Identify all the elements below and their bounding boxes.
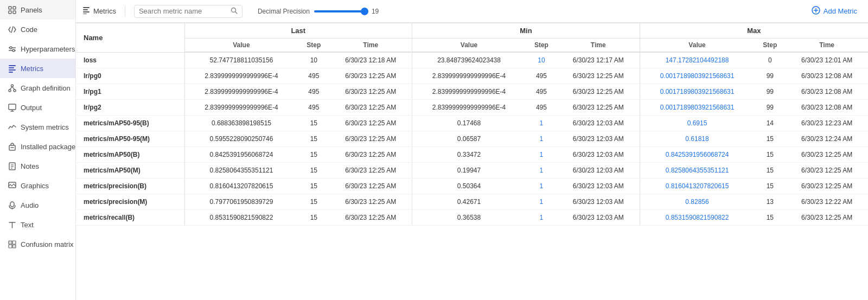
row-min-value: 0.19947	[412, 163, 526, 178]
svg-point-14	[9, 90, 11, 92]
metrics-tab[interactable]: Metrics	[82, 7, 116, 16]
svg-rect-32	[9, 241, 12, 244]
row-last-time: 6/30/23 12:25 AM	[329, 210, 412, 226]
sidebar-item-installed-packages[interactable]: Installed packages	[0, 137, 75, 156]
sidebar-item-code[interactable]: Code	[0, 20, 75, 39]
row-min-step: 1	[526, 116, 557, 131]
decimal-precision: Decimal Precision 19	[258, 8, 379, 15]
sidebar-item-metrics[interactable]: Metrics	[0, 59, 75, 78]
add-metric-icon	[812, 6, 820, 16]
search-icon	[231, 7, 238, 16]
row-name: lr/pg1	[76, 84, 184, 100]
row-max-time: 6/30/23 12:22 AM	[786, 194, 868, 210]
sidebar-item-label: Panels	[21, 6, 42, 14]
row-max-value: 0.0017189803921568631	[640, 100, 754, 116]
row-max-time: 6/30/23 12:25 AM	[786, 163, 868, 178]
row-max-time: 6/30/23 12:23 AM	[786, 116, 868, 131]
row-last-time: 6/30/23 12:18 AM	[329, 52, 412, 68]
row-last-time: 6/30/23 12:25 AM	[329, 131, 412, 147]
text-icon	[8, 220, 16, 229]
table-row: lr/pg1 2.8399999999999996E-4 495 6/30/23…	[76, 84, 868, 100]
row-name: metrics/recall(B)	[76, 210, 184, 226]
row-max-value: 0.61818	[640, 131, 754, 147]
row-last-time: 6/30/23 12:25 AM	[329, 84, 412, 100]
sidebar-item-system-metrics[interactable]: System metrics	[0, 117, 75, 137]
svg-rect-38	[83, 11, 90, 12]
row-last-step: 495	[298, 84, 329, 100]
table-group-header-row: Name Last Min Max	[76, 23, 868, 39]
row-last-value: 0.8258064355351121	[184, 163, 298, 178]
row-last-step: 15	[298, 131, 329, 147]
row-min-time: 6/30/23 12:25 AM	[557, 84, 640, 100]
sidebar-item-hyperparameters[interactable]: Hyperparameters	[0, 39, 75, 59]
row-min-time: 6/30/23 12:17 AM	[557, 52, 640, 68]
row-last-value: 2.8399999999999996E-4	[184, 68, 298, 84]
svg-line-16	[10, 87, 12, 90]
row-last-time: 6/30/23 12:25 AM	[329, 100, 412, 116]
svg-rect-39	[83, 14, 87, 14]
row-name: metrics/mAP50(M)	[76, 163, 184, 178]
row-max-step: 14	[754, 116, 786, 131]
row-min-value: 2.8399999999999996E-4	[412, 100, 526, 116]
row-max-time: 6/30/23 12:24 AM	[786, 131, 868, 147]
svg-line-41	[235, 11, 237, 13]
row-max-value: 0.8160413207820615	[640, 178, 754, 194]
row-name: metrics/precision(B)	[76, 178, 184, 194]
metrics-tab-icon	[82, 7, 90, 16]
svg-rect-12	[9, 72, 13, 73]
sidebar-item-confusion-matrix[interactable]: Confusion matrix	[0, 234, 75, 254]
row-max-step: 99	[754, 84, 786, 100]
row-min-time: 6/30/23 12:03 AM	[557, 131, 640, 147]
sidebar-item-text[interactable]: Text	[0, 215, 75, 234]
row-max-value: 0.0017189803921568631	[640, 84, 754, 100]
svg-rect-3	[13, 11, 16, 14]
row-min-step: 1	[526, 163, 557, 178]
search-box[interactable]	[134, 5, 242, 18]
svg-rect-18	[9, 104, 16, 110]
sidebar-item-label: Text	[21, 221, 34, 229]
svg-line-17	[12, 87, 15, 90]
sidebar-item-label: Audio	[21, 201, 39, 209]
sidebar-item-audio[interactable]: Audio	[0, 195, 75, 215]
row-last-value: 0.8160413207820615	[184, 178, 298, 194]
sidebar-item-panels[interactable]: Panels	[0, 0, 75, 20]
row-max-value: 0.001718980392156863​1	[640, 68, 754, 84]
table-body: loss 52.747718811035156 10 6/30/23 12:18…	[76, 52, 868, 226]
min-value-header: Value	[412, 39, 526, 53]
row-max-step: 15	[754, 163, 786, 178]
row-last-step: 15	[298, 178, 329, 194]
row-max-step: 99	[754, 100, 786, 116]
svg-rect-33	[12, 241, 16, 244]
main-content: Metrics Decimal Precision 19 Add Metric	[76, 0, 868, 300]
table-row: lr/pg0 2.8399999999999996E-4 495 6/30/23…	[76, 68, 868, 84]
row-last-step: 495	[298, 68, 329, 84]
add-metric-button[interactable]: Add Metric	[807, 4, 861, 18]
table-row: metrics/precision(M) 0.7977061950839729 …	[76, 194, 868, 210]
row-name: lr/pg0	[76, 68, 184, 84]
decimal-precision-slider[interactable]	[314, 10, 368, 12]
row-min-time: 6/30/23 12:25 AM	[557, 100, 640, 116]
sidebar-item-output[interactable]: Output	[0, 98, 75, 117]
metrics-table-container: Name Last Min Max Value Step Time Value …	[76, 23, 868, 300]
panels-icon	[8, 5, 16, 14]
max-value-header: Value	[640, 39, 754, 53]
row-last-value: 52.747718811035156	[184, 52, 298, 68]
row-max-value: 0.8425391956068724	[640, 147, 754, 163]
max-group-header: Max	[640, 23, 868, 39]
packages-icon	[8, 142, 16, 151]
search-input[interactable]	[139, 7, 227, 15]
row-last-step: 15	[298, 194, 329, 210]
confusion-matrix-icon	[8, 240, 16, 248]
sidebar-item-label: Graph definition	[21, 84, 71, 92]
row-max-time: 6/30/23 12:08 AM	[786, 84, 868, 100]
sidebar-item-graphics[interactable]: Graphics	[0, 176, 75, 195]
row-last-time: 6/30/23 12:25 AM	[329, 147, 412, 163]
row-min-value: 0.33472	[412, 147, 526, 163]
row-last-step: 15	[298, 147, 329, 163]
table-row: metrics/precision(B) 0.8160413207820615 …	[76, 178, 868, 194]
row-min-time: 6/30/23 12:03 AM	[557, 194, 640, 210]
row-last-step: 10	[298, 52, 329, 68]
svg-rect-0	[9, 7, 11, 9]
sidebar-item-notes[interactable]: Notes	[0, 156, 75, 176]
sidebar-item-graph-definition[interactable]: Graph definition	[0, 78, 75, 98]
